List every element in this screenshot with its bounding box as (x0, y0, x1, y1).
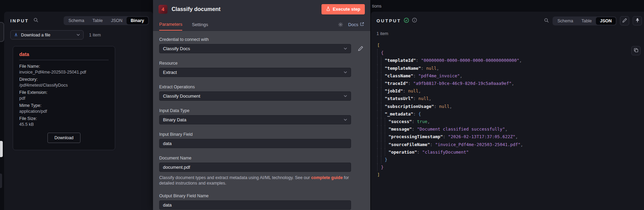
node-icon: 4 (159, 5, 167, 14)
output-binary-field-input[interactable] (159, 200, 351, 210)
json-line: "message": "Document classified successf… (377, 125, 644, 133)
extract-operations-select[interactable]: Classify Document (159, 91, 351, 101)
json-line: "className": "pdf4me_invoice", (377, 72, 644, 80)
binary-field-value: 45.5 kB (19, 122, 109, 128)
output-items-count: 1 item (376, 31, 644, 36)
input-panel-header: INPUT Schema Table JSON Binary (4, 12, 153, 28)
complete-guide-link[interactable]: complete guide (311, 175, 343, 180)
input-view-tabs: Schema Table JSON Binary (64, 16, 149, 25)
input-run-row: Download a file 1 item (4, 28, 153, 40)
json-line: } (377, 164, 644, 171)
input-items-count: 1 item (89, 33, 101, 37)
input-run-selector-value: Download a file (21, 33, 50, 37)
node-tabs: Parameters Settings Docs (153, 18, 370, 31)
binary-field: File Extension: pdf (19, 90, 109, 101)
binary-field-value: pdf (19, 96, 109, 101)
output-panel-header: OUTPUT Schema Table JSON (371, 12, 644, 29)
input-binary-field-group: Input Binary Field (159, 132, 351, 148)
input-run-selector[interactable]: Download a file (10, 30, 84, 40)
json-line: "_metadata": { (377, 110, 644, 118)
copy-output-button[interactable] (631, 46, 641, 55)
input-binary-field-label: Input Binary Field (159, 132, 351, 137)
output-header-right: Schema Table JSON (544, 16, 642, 25)
copy-icon (634, 48, 638, 54)
chevron-down-icon (343, 47, 347, 50)
edit-output-button[interactable] (620, 16, 629, 25)
binary-field: File Size: 45.5 kB (19, 116, 109, 128)
json-line: { (377, 49, 644, 57)
json-line: "templateName": null, (377, 65, 644, 72)
output-tab-table[interactable]: Table (577, 17, 596, 25)
json-line: ] (377, 171, 644, 179)
docs-link-label: Docs (348, 22, 358, 27)
tab-settings[interactable]: Settings (192, 18, 208, 31)
resource-select-value: Extract (163, 70, 177, 75)
tab-parameters[interactable]: Parameters (159, 18, 182, 31)
resource-group: Resource Extract (159, 61, 351, 77)
node-settings-panel: 4 Classify document Execute step Paramet… (153, 0, 370, 210)
pin-icon (635, 18, 640, 24)
input-tab-schema[interactable]: Schema (64, 17, 88, 24)
node-header: 4 Classify document Execute step (153, 0, 370, 18)
binary-field-value: application/pdf (19, 109, 109, 114)
output-tab-json[interactable]: JSON (596, 17, 616, 25)
document-name-group: Document Name Classify document types an… (159, 156, 351, 186)
input-panel-title: INPUT (10, 18, 29, 23)
json-line: "traceId": "a9fb8817-b9ce-46c9-820d-19c5… (377, 80, 644, 87)
success-check-icon (404, 18, 409, 24)
resource-label: Resource (159, 61, 351, 66)
execute-step-button[interactable]: Execute step (321, 4, 365, 14)
input-panel: INPUT Schema Table JSON Binary Download … (4, 12, 153, 210)
credential-select[interactable]: Classify Docs (159, 44, 351, 53)
help-text-before: Classify document types and extract meta… (159, 175, 311, 180)
pencil-icon (358, 47, 363, 52)
download-button[interactable]: Download (47, 133, 80, 143)
binary-field: File Name: invoice_Pdf4me-202503-25041.p… (19, 64, 109, 75)
node-tabs-right: Docs (338, 18, 364, 31)
chevron-down-icon (343, 95, 347, 97)
node-parameters-form: Credential to connect with Classify Docs… (153, 31, 370, 210)
output-binary-field-group: Output Binary Field Name (159, 194, 351, 210)
pin-data-button[interactable] (633, 16, 642, 25)
document-name-input[interactable] (159, 163, 351, 172)
input-tab-table[interactable]: Table (88, 17, 107, 24)
json-line: "processingTimestamp": "2026-02-13T17:37… (377, 133, 644, 141)
parameter-help-text: Classify document types and extract meta… (159, 175, 351, 186)
extract-operations-label: Extract Operations (159, 85, 351, 89)
binary-card-title: data (19, 52, 109, 60)
input-search-button[interactable] (33, 18, 39, 24)
binary-data-card: data File Name: invoice_Pdf4me-202503-25… (13, 46, 115, 150)
canvas-node-fragment (0, 141, 3, 157)
binary-field: Directory: /pdf4metest/ClassifyDocs (19, 77, 109, 88)
output-view-tabs: Schema Table JSON (553, 16, 616, 25)
binary-field-label: File Extension: (19, 90, 109, 96)
flask-icon (326, 7, 330, 12)
input-binary-field-input[interactable] (159, 139, 351, 148)
binary-field: Mime Type: application/pdf (19, 103, 109, 114)
binary-field-value: /pdf4metest/ClassifyDocs (19, 82, 109, 88)
chevron-down-icon (76, 34, 80, 36)
json-line: } (377, 156, 644, 164)
gear-icon[interactable] (338, 22, 343, 27)
json-line: "operation": "classifyDocument" (377, 148, 644, 156)
input-data-type-label: Input Data Type (159, 108, 351, 113)
credential-row: Classify Docs (159, 44, 351, 53)
input-data-type-group: Input Data Type Binary Data (159, 108, 351, 124)
input-tab-json[interactable]: JSON (107, 17, 127, 24)
binary-field-label: File Size: (19, 116, 109, 122)
chevron-down-icon (343, 71, 347, 74)
input-tab-binary[interactable]: Binary (127, 17, 148, 24)
download-file-icon (14, 32, 18, 38)
credential-group: Credential to connect with Classify Docs (159, 37, 351, 53)
resource-select[interactable]: Extract (159, 68, 351, 77)
json-line: [ (377, 42, 644, 49)
output-binary-field-label: Output Binary Field Name (159, 194, 351, 198)
extract-operations-select-value: Classify Document (163, 93, 200, 99)
input-data-type-select[interactable]: Binary Data (159, 115, 351, 124)
edit-credential-button[interactable] (358, 46, 363, 52)
output-search-button[interactable] (544, 18, 549, 24)
output-tab-schema[interactable]: Schema (553, 17, 577, 25)
info-icon[interactable] (412, 18, 417, 24)
docs-link[interactable]: Docs (348, 22, 364, 27)
binary-field-label: Directory: (19, 77, 109, 82)
